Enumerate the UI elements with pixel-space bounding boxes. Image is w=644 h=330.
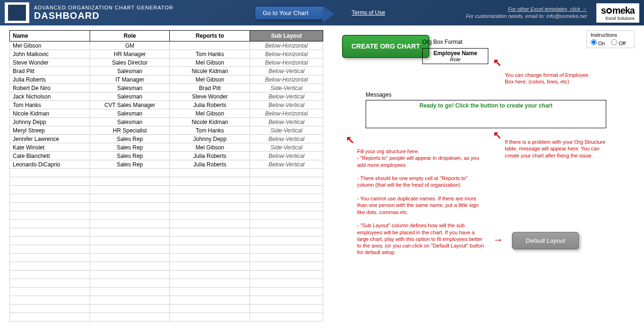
cell-name[interactable]: Cate Blanchett bbox=[10, 152, 90, 160]
table-row-empty[interactable] bbox=[10, 177, 323, 186]
cell-layout[interactable]: Below-Horizontal bbox=[250, 50, 323, 58]
cell-role[interactable]: Salesman bbox=[90, 67, 170, 75]
cell-reports[interactable]: Julia Roberts bbox=[170, 101, 250, 109]
cell-layout[interactable]: Below-Vertical bbox=[250, 67, 323, 75]
table-row[interactable]: Jack Nicholson Salesman Steve Wonder Bel… bbox=[10, 92, 323, 101]
cell-layout[interactable]: Below-Vertical bbox=[250, 118, 323, 126]
cell-name[interactable]: Nicole Kidman bbox=[10, 109, 90, 118]
cell-layout[interactable]: Side-Vertical bbox=[250, 84, 323, 92]
cell-name[interactable]: Jack Nicholson bbox=[10, 92, 90, 101]
cell-reports[interactable]: Mel Gibson bbox=[170, 58, 250, 67]
orgbox-format-preview[interactable]: Employee Name Role bbox=[422, 48, 488, 64]
table-row[interactable]: Kate Winslet Sales Rep Mel Gibson Side-V… bbox=[10, 143, 323, 152]
cell-role[interactable]: CVT Sales Manager bbox=[90, 101, 170, 109]
table-row-empty[interactable] bbox=[10, 203, 323, 211]
cell-layout[interactable]: Below-Horizontal bbox=[250, 58, 323, 67]
cell-reports[interactable]: Tom Hanks bbox=[170, 126, 250, 135]
table-row[interactable]: Brad Pitt Salesman Nicole Kidman Below-V… bbox=[10, 67, 323, 75]
cell-reports[interactable]: Nicole Kidman bbox=[170, 67, 250, 75]
cell-role[interactable]: HR Specialist bbox=[90, 126, 170, 135]
table-row[interactable]: Julia Roberts IT Manager Mel Gibson Belo… bbox=[10, 75, 323, 84]
cell-layout[interactable]: Below-Horizontal bbox=[250, 41, 323, 50]
table-row-empty[interactable] bbox=[10, 313, 323, 322]
cell-reports[interactable]: Mel Gibson bbox=[170, 109, 250, 118]
cell-reports[interactable]: Julia Roberts bbox=[170, 160, 250, 169]
table-row-empty[interactable] bbox=[10, 211, 323, 220]
cell-layout[interactable]: Side-Vertical bbox=[250, 143, 323, 152]
cell-name[interactable]: Brad Pitt bbox=[10, 67, 90, 75]
instructions-off-radio[interactable] bbox=[611, 39, 617, 45]
cell-role[interactable]: Salesman bbox=[90, 109, 170, 118]
instructions-on[interactable]: On bbox=[591, 41, 605, 46]
table-row[interactable]: Cate Blanchett Sales Rep Julia Roberts B… bbox=[10, 152, 323, 160]
create-org-chart-button[interactable]: CREATE ORG CHART bbox=[342, 35, 429, 58]
cell-name[interactable]: Steve Wonder bbox=[10, 58, 90, 67]
table-row[interactable]: Leonardo DiCaprio Sales Rep Julia Robert… bbox=[10, 160, 323, 169]
cell-role[interactable]: Sales Rep bbox=[90, 160, 170, 169]
table-row-empty[interactable] bbox=[10, 279, 323, 288]
table-row-empty[interactable] bbox=[10, 296, 323, 305]
cell-layout[interactable]: Below-Vertical bbox=[250, 160, 323, 169]
cell-name[interactable]: John Malkovic bbox=[10, 50, 90, 58]
table-row-empty[interactable] bbox=[10, 194, 323, 203]
cell-role[interactable]: Sales Rep bbox=[90, 143, 170, 152]
table-row-empty[interactable] bbox=[10, 245, 323, 254]
cell-role[interactable]: Salesman bbox=[90, 84, 170, 92]
cell-reports[interactable]: Julia Roberts bbox=[170, 152, 250, 160]
cell-reports[interactable]: Tom Hanks bbox=[170, 50, 250, 58]
cell-name[interactable]: Tom Hanks bbox=[10, 101, 90, 109]
cell-name[interactable]: Kate Winslet bbox=[10, 143, 90, 152]
cell-reports[interactable]: Nicole Kidman bbox=[170, 118, 250, 126]
cell-name[interactable]: Meryl Streep bbox=[10, 126, 90, 135]
cell-role[interactable]: Sales Director bbox=[90, 58, 170, 67]
cell-name[interactable]: Leonardo DiCaprio bbox=[10, 160, 90, 169]
table-row[interactable]: John Malkovic HR Manager Tom Hanks Below… bbox=[10, 50, 323, 58]
table-row[interactable]: Tom Hanks CVT Sales Manager Julia Robert… bbox=[10, 101, 323, 109]
table-row-empty[interactable] bbox=[10, 169, 323, 177]
instructions-off[interactable]: Off bbox=[611, 41, 626, 46]
table-row[interactable]: Steve Wonder Sales Director Mel Gibson B… bbox=[10, 58, 323, 67]
cell-layout[interactable]: Below-Vertical bbox=[250, 101, 323, 109]
cell-role[interactable]: Salesman bbox=[90, 118, 170, 126]
default-layout-button[interactable]: Default Layout bbox=[512, 232, 579, 249]
table-row[interactable]: Meryl Streep HR Specialist Tom Hanks Sid… bbox=[10, 126, 323, 135]
table-row-empty[interactable] bbox=[10, 228, 323, 237]
table-row[interactable]: Mel Gibson GM Below-Horizontal bbox=[10, 41, 323, 50]
cell-layout[interactable]: Below-Vertical bbox=[250, 92, 323, 101]
instructions-on-radio[interactable] bbox=[591, 39, 597, 45]
cell-name[interactable]: Mel Gibson bbox=[10, 41, 90, 50]
goto-chart-button[interactable]: Go to Your Chart bbox=[254, 6, 324, 20]
table-row-empty[interactable] bbox=[10, 254, 323, 262]
cell-name[interactable]: Robert De Niro bbox=[10, 84, 90, 92]
cell-role[interactable]: Sales Rep bbox=[90, 135, 170, 143]
cell-layout[interactable]: Side-Vertical bbox=[250, 126, 323, 135]
table-row-empty[interactable] bbox=[10, 237, 323, 245]
org-data-table[interactable]: Name Role Reports to Sub Layout Mel Gibs… bbox=[9, 30, 323, 322]
cell-name[interactable]: Johnny Depp bbox=[10, 118, 90, 126]
table-row-empty[interactable] bbox=[10, 305, 323, 313]
cell-role[interactable]: IT Manager bbox=[90, 75, 170, 84]
terms-link[interactable]: Terms of Use bbox=[352, 9, 385, 16]
table-row[interactable]: Robert De Niro Salesman Brad Pitt Side-V… bbox=[10, 84, 323, 92]
cell-role[interactable]: Salesman bbox=[90, 92, 170, 101]
cell-reports[interactable]: Mel Gibson bbox=[170, 75, 250, 84]
cell-layout[interactable]: Below-Vertical bbox=[250, 135, 323, 143]
cell-reports[interactable]: Brad Pitt bbox=[170, 84, 250, 92]
cell-role[interactable]: GM bbox=[90, 41, 170, 50]
cell-reports[interactable] bbox=[170, 41, 250, 50]
cell-role[interactable]: Sales Rep bbox=[90, 152, 170, 160]
cell-reports[interactable]: Steve Wonder bbox=[170, 92, 250, 101]
cell-layout[interactable]: Below-Horizontal bbox=[250, 109, 323, 118]
cell-layout[interactable]: Below-Vertical bbox=[250, 152, 323, 160]
cell-name[interactable]: Julia Roberts bbox=[10, 75, 90, 84]
table-row[interactable]: Johnny Depp Salesman Nicole Kidman Below… bbox=[10, 118, 323, 126]
click-link[interactable]: click → bbox=[570, 6, 586, 12]
cell-reports[interactable]: Johnny Depp bbox=[170, 135, 250, 143]
table-row-empty[interactable] bbox=[10, 186, 323, 194]
table-row-empty[interactable] bbox=[10, 262, 323, 271]
cell-name[interactable]: Jennifer Lawrence bbox=[10, 135, 90, 143]
table-row[interactable]: Jennifer Lawrence Sales Rep Johnny Depp … bbox=[10, 135, 323, 143]
table-row-empty[interactable] bbox=[10, 271, 323, 279]
cell-reports[interactable]: Mel Gibson bbox=[170, 143, 250, 152]
cell-layout[interactable]: Below-Horizontal bbox=[250, 75, 323, 84]
